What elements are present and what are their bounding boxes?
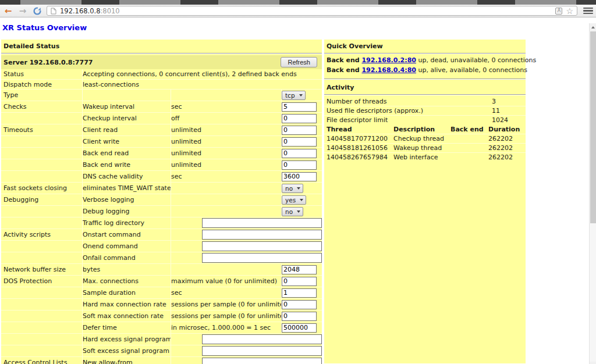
param-input[interactable]	[282, 137, 317, 147]
row-category	[3, 206, 83, 217]
server-header-row: Server 192.168.0.8:7777 Refresh	[1, 55, 322, 69]
detail-row: TimeoutsClient readunlimited	[1, 124, 322, 135]
param-input[interactable]	[282, 126, 317, 135]
param-input[interactable]	[282, 265, 317, 274]
row-category	[3, 299, 83, 310]
row-param: DNS cache validity	[83, 171, 171, 182]
row-param: Soft excess signal program	[83, 345, 171, 356]
row-param	[83, 90, 171, 101]
row-param: Sample duration	[83, 287, 171, 298]
param-input[interactable]	[282, 300, 317, 309]
thread-row: 140458181261056Wakeup thread262202	[324, 143, 526, 152]
detailed-status-header: Detailed Status	[1, 40, 322, 52]
row-unit	[171, 194, 282, 205]
row-unit: unlimited	[171, 148, 282, 159]
param-input[interactable]	[282, 172, 317, 181]
scrollbar-down-arrow-icon[interactable]	[590, 362, 596, 364]
row-control-cell	[282, 264, 322, 275]
browser-tab-strip[interactable]	[0, 0, 596, 5]
param-text-input[interactable]	[202, 346, 322, 356]
row-control-cell: yes	[282, 194, 322, 205]
param-select[interactable]: tcp	[282, 91, 306, 100]
backend-link[interactable]: 192.168.0.2:80	[361, 56, 416, 64]
detail-row: Onfail command	[1, 252, 322, 263]
detail-row: Network buffer sizebytes	[1, 263, 322, 275]
row-control-cell	[282, 276, 322, 287]
param-text-input[interactable]	[202, 358, 322, 364]
row-category	[3, 334, 83, 345]
param-input[interactable]	[282, 288, 317, 298]
threads-col-header: Duration	[488, 126, 523, 133]
quick-overview-panel: Quick Overview Back end 192.168.0.2:80 u…	[324, 40, 526, 363]
page-scrollbar[interactable]	[589, 23, 596, 364]
row-unit: unlimited	[171, 159, 282, 170]
param-text-input[interactable]	[202, 253, 322, 263]
bookmark-star-icon[interactable]: ☆	[566, 7, 573, 15]
backend-lines-container: Back end 192.168.0.2:80 up, dead, unavai…	[324, 55, 526, 75]
param-input[interactable]	[282, 160, 317, 170]
translate-icon[interactable]: A	[555, 8, 562, 15]
scrollbar-up-arrow-icon[interactable]	[590, 23, 596, 31]
row-input-cell	[171, 252, 322, 263]
refresh-button[interactable]: Refresh	[281, 57, 317, 67]
thread-cell: 140458181261056	[327, 144, 393, 152]
row-param: Onstart command	[83, 229, 171, 240]
stat-label: Used file descriptors (approx.)	[327, 107, 492, 115]
param-select[interactable]: yes	[282, 195, 306, 205]
page-title: XR Status Overview	[2, 23, 596, 32]
detail-row: DOS ProtectionMax. connectionsmaximum va…	[1, 275, 322, 287]
menu-hamburger-icon[interactable]	[583, 6, 593, 16]
select-value: no	[285, 208, 293, 215]
thread-cell: 262202	[488, 154, 523, 161]
reload-button[interactable]	[32, 6, 42, 16]
row-input-cell	[171, 357, 322, 364]
row-input-cell	[171, 217, 322, 229]
select-value: tcp	[285, 92, 295, 99]
row-param: Traffic log directory	[83, 217, 171, 229]
param-text-input[interactable]	[202, 218, 322, 228]
row-category: Status	[3, 69, 83, 79]
row-input-cell	[171, 241, 322, 252]
row-category	[3, 287, 83, 298]
url-text: 192.168.0.8:8010	[60, 7, 120, 15]
param-input[interactable]	[282, 277, 317, 286]
param-select[interactable]: no	[282, 184, 303, 193]
row-category: DOS Protection	[3, 276, 83, 287]
page-viewport: XR Status Overview Detailed Status Serve…	[0, 23, 596, 364]
param-input[interactable]	[282, 312, 317, 321]
row-param: Hard max connection rate	[83, 299, 171, 310]
row-unit: sessions per sample (0 for unlimited)	[171, 311, 282, 322]
divider	[1, 53, 322, 54]
thread-cell: 262202	[488, 144, 523, 152]
forward-button[interactable]: →	[17, 6, 28, 16]
row-control-cell	[282, 159, 322, 170]
row-param: Soft max connection rate	[83, 311, 171, 322]
row-control-cell	[282, 124, 322, 135]
row-unit: sec	[171, 171, 282, 182]
address-bar[interactable]: 192.168.0.8:8010 A ☆	[47, 6, 577, 16]
detail-row: DNS cache validitysec	[1, 170, 322, 182]
param-select[interactable]: no	[282, 207, 303, 216]
param-input[interactable]	[282, 114, 317, 123]
param-input[interactable]	[282, 149, 317, 158]
backend-link[interactable]: 192.168.0.4:80	[361, 66, 416, 74]
panels-container: Detailed Status Server 192.168.0.8:7777 …	[1, 40, 596, 364]
row-value-text: least-connections	[83, 80, 322, 89]
scrollbar-thumb[interactable]	[590, 31, 596, 223]
param-input[interactable]	[282, 102, 317, 112]
detail-row: Hard excess signal program	[1, 333, 322, 345]
threads-col-header: Thread	[327, 126, 393, 133]
param-text-input[interactable]	[202, 334, 322, 344]
row-category	[3, 322, 83, 333]
thread-cell: 140458267657984	[327, 154, 393, 161]
row-unit: maximum value (0 for unlimited)	[171, 276, 282, 287]
detail-row: Soft excess signal program	[1, 345, 322, 356]
row-category: Dispatch mode	[3, 80, 83, 89]
param-text-input[interactable]	[202, 241, 322, 251]
reload-icon	[33, 7, 41, 15]
select-value: no	[285, 185, 293, 192]
stat-label: File descriptor limit	[327, 116, 492, 124]
param-input[interactable]	[282, 323, 317, 333]
back-button[interactable]: ←	[3, 6, 13, 16]
param-text-input[interactable]	[202, 230, 322, 240]
